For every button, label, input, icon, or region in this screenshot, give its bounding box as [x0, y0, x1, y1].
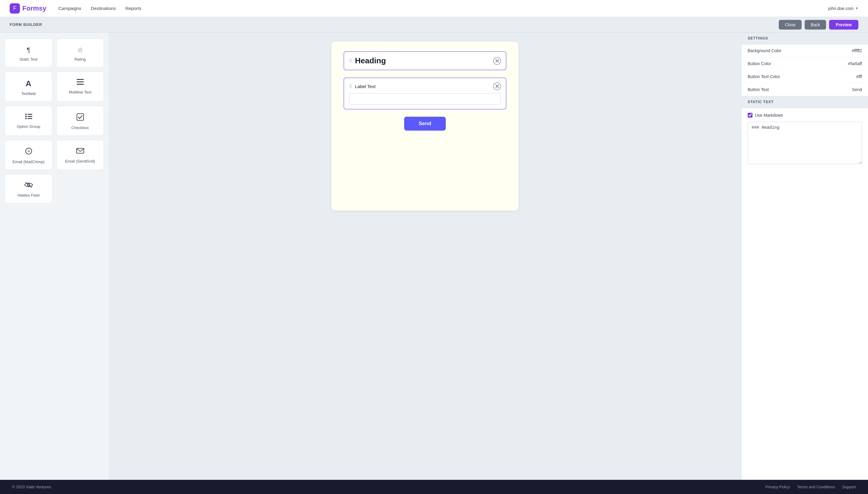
- send-button-container: Send: [344, 117, 506, 131]
- back-button[interactable]: Back: [805, 20, 826, 30]
- form-builder-title: FORM BUILDER: [9, 22, 42, 27]
- static-text-section: Use Markdown: [741, 108, 868, 480]
- sidebar-label-email-sendgrid: Email (SendGrid): [65, 159, 95, 164]
- paragraph-icon: ¶: [27, 46, 31, 54]
- static-text-header: STATIC TEXT: [741, 96, 868, 108]
- sidebar-item-email-sendgrid[interactable]: Email (SendGrid): [56, 140, 104, 170]
- sidebar-item-rating[interactable]: ☆ Rating: [56, 39, 104, 67]
- svg-rect-0: [77, 79, 84, 80]
- settings-panel: SETTINGS Background Color #fffff2 Button…: [741, 33, 868, 480]
- settings-row-btn-text: Button Text Send: [741, 83, 868, 96]
- mailchimp-icon: ✉: [24, 148, 33, 156]
- heading-content: Heading: [355, 56, 493, 65]
- header-buttons: Close Back Preview: [779, 20, 859, 30]
- svg-rect-9: [77, 114, 83, 120]
- settings-row-btn-color: Button Color #5a5aff: [741, 57, 868, 70]
- label-field[interactable]: ⠿ Label Text ✕: [344, 77, 506, 110]
- btn-text-label: Button Text: [748, 87, 852, 92]
- sidebar-label-textfield: Textfield: [21, 91, 36, 96]
- svg-rect-12: [77, 148, 84, 153]
- drag-handle-heading: ⠿: [349, 58, 352, 63]
- textfield-icon: A: [26, 79, 31, 88]
- nav-reports[interactable]: Reports: [126, 6, 141, 11]
- user-menu[interactable]: john.doe.com ▼: [828, 6, 859, 11]
- heading-text: Heading: [355, 56, 386, 65]
- footer-copyright: © 2023 Viabl Ventures: [12, 484, 51, 489]
- drag-handle-label: ⠿: [349, 84, 352, 89]
- settings-section-header: SETTINGS: [741, 33, 868, 44]
- sidebar-item-textfield[interactable]: A Textfield: [5, 72, 52, 102]
- sidebar-item-static-text[interactable]: ¶ Static Text: [5, 39, 52, 67]
- form-canvas: ⠿ Heading ✕ ⠿ Label Text ✕ Send: [109, 33, 741, 480]
- sidebar-label-multiline: Multiline Text: [69, 90, 91, 94]
- use-markdown-checkbox[interactable]: [748, 113, 752, 118]
- sidebar-label-checkbox: Checkbox: [72, 126, 89, 130]
- footer-links: Privacy Policy Terms and Conditions Supp…: [766, 484, 856, 489]
- btn-text-color-label: Button Text Color: [748, 74, 856, 79]
- label-field-header: ⠿ Label Text ✕: [349, 82, 501, 90]
- svg-point-5: [25, 116, 26, 117]
- btn-color-label: Button Color: [748, 61, 848, 66]
- label-close-button[interactable]: ✕: [493, 82, 501, 90]
- svg-rect-2: [77, 84, 84, 85]
- nav-campaigns[interactable]: Campaigns: [58, 6, 81, 11]
- svg-rect-4: [27, 114, 32, 115]
- user-email: john.doe.com: [828, 6, 853, 11]
- main-content: ¶ Static Text ☆ Rating A Textfield Multi…: [0, 33, 868, 480]
- form-card: ⠿ Heading ✕ ⠿ Label Text ✕ Send: [331, 42, 518, 210]
- navbar: F Formsy Campaigns Destinations Reports …: [0, 0, 868, 17]
- logo-text: Formsy: [22, 4, 46, 12]
- sidebar-label-hidden-field: Hidden Field: [18, 193, 39, 197]
- user-caret-icon: ▼: [855, 7, 859, 10]
- sidebar-label-email-mailchimp: Email (MailChimp): [12, 159, 44, 164]
- sidebar-item-option-group[interactable]: Option Group: [5, 106, 52, 136]
- preview-button[interactable]: Preview: [829, 20, 859, 30]
- sidebar-item-checkbox[interactable]: Checkbox: [56, 106, 104, 136]
- svg-point-3: [25, 114, 26, 115]
- use-markdown-label: Use Markdown: [755, 113, 783, 118]
- sidebar: ¶ Static Text ☆ Rating A Textfield Multi…: [0, 33, 109, 480]
- sidebar-item-hidden-field[interactable]: Hidden Field: [5, 174, 52, 203]
- sidebar-label-option-group: Option Group: [17, 124, 40, 129]
- text-input[interactable]: [349, 93, 501, 104]
- settings-rows: Background Color #fffff2 Button Color #5…: [741, 44, 868, 96]
- form-builder-header: FORM BUILDER Close Back Preview: [0, 17, 868, 33]
- footer-terms[interactable]: Terms and Conditions: [797, 484, 835, 489]
- sidebar-item-email-mailchimp[interactable]: ✉ Email (MailChimp): [5, 140, 52, 170]
- svg-text:✉: ✉: [27, 150, 30, 153]
- nav-links: Campaigns Destinations Reports: [58, 6, 828, 11]
- bg-color-label: Background Color: [748, 48, 852, 53]
- sidebar-label-rating: Rating: [75, 57, 86, 61]
- settings-row-bg-color: Background Color #fffff2: [741, 44, 868, 57]
- footer: © 2023 Viabl Ventures Privacy Policy Ter…: [0, 480, 868, 494]
- heading-close-button[interactable]: ✕: [493, 57, 501, 65]
- sendgrid-icon: [76, 148, 84, 156]
- bg-color-value[interactable]: #fffff2: [852, 48, 862, 53]
- svg-rect-6: [27, 116, 32, 117]
- svg-rect-8: [27, 118, 32, 119]
- logo-icon: F: [9, 3, 20, 14]
- use-markdown-row: Use Markdown: [748, 113, 862, 118]
- close-button[interactable]: Close: [779, 20, 802, 30]
- nav-destinations[interactable]: Destinations: [91, 6, 116, 11]
- logo[interactable]: F Formsy: [9, 3, 46, 14]
- sidebar-item-multiline[interactable]: Multiline Text: [56, 72, 104, 102]
- checkbox-icon: [77, 113, 84, 122]
- star-icon: ☆: [77, 46, 83, 54]
- footer-privacy[interactable]: Privacy Policy: [766, 484, 790, 489]
- settings-row-btn-text-color: Button Text Color #fff: [741, 70, 868, 83]
- label-text: Label Text: [355, 84, 375, 89]
- sidebar-label-static-text: Static Text: [20, 57, 38, 61]
- svg-point-7: [25, 118, 26, 119]
- heading-field[interactable]: ⠿ Heading ✕: [344, 51, 506, 70]
- send-button[interactable]: Send: [404, 117, 446, 131]
- svg-rect-1: [77, 81, 84, 82]
- btn-text-value[interactable]: Send: [852, 87, 862, 92]
- btn-color-value[interactable]: #5a5aff: [848, 61, 862, 66]
- hidden-icon: [24, 182, 33, 190]
- multiline-icon: [77, 79, 84, 87]
- footer-support[interactable]: Support: [842, 484, 856, 489]
- markdown-textarea[interactable]: [748, 122, 862, 164]
- list-icon: [25, 113, 32, 121]
- btn-text-color-value[interactable]: #fff: [856, 74, 862, 79]
